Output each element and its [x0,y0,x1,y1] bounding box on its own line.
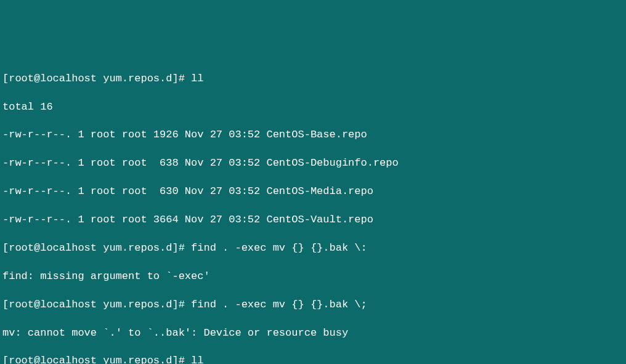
output-line: -rw-r--r--. 1 root root 638 Nov 27 03:52… [2,156,624,171]
prompt-line: [root@localhost yum.repos.d]# ll [2,354,624,364]
output-line: total 16 [2,100,624,115]
prompt-line: [root@localhost yum.repos.d]# find . -ex… [2,298,624,312]
output-line: -rw-r--r--. 1 root root 3664 Nov 27 03:5… [2,213,624,227]
output-line: -rw-r--r--. 1 root root 630 Nov 27 03:52… [2,185,624,199]
prompt-line: [root@localhost yum.repos.d]# find . -ex… [2,241,624,256]
prompt-line: [root@localhost yum.repos.d]# ll [2,72,624,86]
error-line: find: missing argument to `-exec' [2,270,624,284]
output-line: -rw-r--r--. 1 root root 1926 Nov 27 03:5… [2,128,624,142]
terminal-output[interactable]: [root@localhost yum.repos.d]# ll total 1… [2,58,624,364]
error-line: mv: cannot move `.' to `..bak': Device o… [2,326,624,341]
